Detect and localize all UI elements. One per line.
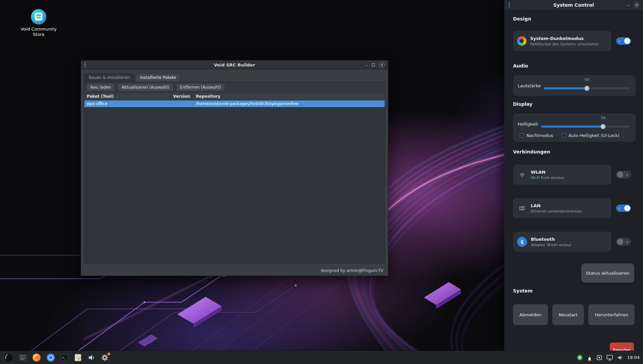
bluetooth-icon — [517, 237, 527, 247]
reload-button[interactable]: Neu laden — [86, 83, 115, 91]
brightness-slider[interactable]: 70 — [541, 116, 630, 132]
cross-icon: × — [626, 173, 629, 177]
dark-mode-subtitle: Hell/Dunkel des Systems umschalten — [530, 42, 599, 46]
checkbox-box — [562, 133, 566, 138]
file-manager-icon[interactable] — [19, 354, 27, 362]
package-table: Paket (Tool) Version Repository wps-offi… — [84, 93, 385, 263]
remove-selection-button[interactable]: Entfernen (Auswahl) — [176, 83, 225, 91]
taskbar: >_ — [0, 351, 643, 364]
volume-slider-knob[interactable] — [584, 86, 590, 91]
penguin-icon[interactable] — [587, 354, 592, 361]
panel-title: System Control — [504, 2, 643, 8]
volume-card: Lautstärke 50 — [513, 75, 636, 96]
table-row[interactable]: wps-office /home/void/void-packages/host… — [84, 100, 385, 107]
brightness-slider-fill — [541, 126, 603, 128]
taskbar-launchers: >_ — [0, 353, 109, 363]
wlan-title: WLAN — [531, 170, 564, 175]
text-editor-icon[interactable] — [74, 354, 82, 362]
shutdown-button[interactable]: Herunterfahren — [588, 304, 635, 325]
column-header-paket[interactable]: Paket (Tool) — [84, 93, 171, 100]
logout-button[interactable]: Abmelden — [513, 304, 548, 325]
system-control-titlebar[interactable]: System Control – × — [504, 0, 643, 10]
panel-close-button[interactable]: × — [634, 2, 640, 8]
cell-version — [171, 100, 194, 107]
system-tray: 19:04 — [577, 354, 643, 361]
volume-value: 50 — [585, 78, 589, 82]
volume-slider-track — [544, 87, 630, 89]
checkbox-box — [520, 133, 524, 138]
auto-brightness-checkbox[interactable]: Auto-Helligkeit (UI-Lock) — [562, 133, 619, 138]
clipboard-icon[interactable] — [596, 355, 602, 361]
minimize-button[interactable]: – — [365, 62, 368, 67]
wlan-card: WLAN Wi-Fi Funk ein/aus — [513, 165, 611, 185]
software-update-icon[interactable] — [577, 355, 583, 361]
clock[interactable]: 19:04 — [627, 355, 640, 360]
dark-mode-row: System-Dunkelmodus Hell/Dunkel des Syste… — [513, 31, 631, 51]
connections-heading: Verbindungen — [513, 149, 550, 154]
footer-credit: designed by armin@Pinguin-TV — [320, 268, 383, 273]
column-header-repository[interactable]: Repository — [194, 93, 385, 100]
wlan-subtitle: Wi-Fi Funk ein/aus — [531, 176, 564, 180]
builder-notebook: Neu laden Aktualisieren (Auswahl) Entfer… — [84, 82, 385, 264]
panel-menu-icon[interactable] — [509, 2, 510, 8]
lan-card: LAN Ethernet verbinden/trennen — [513, 198, 611, 218]
brightness-card: Helligkeit 70 Nachtmodus Auto-Helligkeit… — [513, 113, 636, 142]
night-mode-label: Nachtmodus — [526, 133, 553, 138]
lan-subtitle: Ethernet verbinden/trennen — [531, 209, 582, 214]
cross-icon: × — [626, 240, 629, 244]
settings-gear-icon[interactable] — [101, 354, 109, 362]
wlan-toggle[interactable]: ✓ × — [616, 171, 631, 178]
system-control-panel: System Control – × Design System-Dunkelm… — [504, 0, 643, 351]
wifi-icon — [517, 170, 527, 180]
svg-text:>_: >_ — [62, 356, 66, 359]
palette-icon — [517, 36, 526, 46]
brightness-slider-knob[interactable] — [600, 124, 606, 129]
volume-slider[interactable]: 50 — [544, 78, 630, 93]
toggle-knob — [617, 239, 623, 245]
system-heading: System — [513, 288, 532, 293]
toggle-knob — [617, 172, 623, 178]
refresh-status-button[interactable]: Status aktualisieren — [581, 263, 634, 283]
dark-mode-toggle[interactable]: ✓ × — [616, 37, 631, 45]
tab-installierte-pakete[interactable]: Installierte Pakete — [135, 73, 181, 82]
toggle-knob — [624, 38, 630, 44]
tray-volume-icon[interactable] — [617, 355, 623, 361]
firefox-icon[interactable] — [32, 353, 41, 362]
desktop-icon-void-community-store[interactable]: Void Community Store — [17, 9, 60, 38]
update-selection-button[interactable]: Aktualisieren (Auswahl) — [118, 83, 173, 91]
restore-button[interactable] — [372, 63, 375, 66]
display-icon[interactable] — [606, 355, 613, 361]
bluetooth-title: Bluetooth — [531, 237, 571, 242]
lan-row: LAN Ethernet verbinden/trennen ✓ × — [513, 198, 631, 218]
lan-toggle[interactable]: ✓ × — [616, 204, 631, 212]
notification-dot — [108, 353, 110, 355]
quit-button[interactable]: Beenden — [610, 343, 634, 351]
tab-bauen-installieren[interactable]: Bauen & Installieren — [84, 73, 134, 82]
builder-window-title: Void SRC Builder — [81, 62, 388, 67]
restart-button[interactable]: Neustart — [552, 304, 584, 325]
builder-titlebar[interactable]: Void SRC Builder – × — [81, 60, 388, 70]
bluetooth-row: Bluetooth Adapter Strom an/aus ✓ × — [513, 232, 631, 252]
panel-minimize-button[interactable]: – — [627, 3, 630, 7]
close-button[interactable]: × — [379, 62, 385, 67]
night-mode-checkbox[interactable]: Nachtmodus — [520, 133, 553, 138]
void-src-builder-window: Void SRC Builder – × Bauen & Installiere… — [81, 60, 388, 276]
desktop-icon-label: Void Community Store — [17, 27, 60, 38]
volume-icon[interactable] — [87, 354, 95, 362]
cell-paket: wps-office — [84, 100, 171, 107]
chromium-icon[interactable] — [46, 353, 55, 362]
check-icon: ✓ — [618, 207, 621, 210]
applications-menu-button[interactable] — [3, 353, 13, 363]
audio-heading: Audio — [513, 63, 528, 69]
volume-slider-fill — [544, 87, 587, 89]
bluetooth-toggle[interactable]: ✓ × — [616, 238, 631, 245]
builder-toolbar: Neu laden Aktualisieren (Auswahl) Entfer… — [86, 83, 225, 91]
toggle-knob — [624, 205, 630, 211]
window-menu-icon[interactable] — [84, 62, 86, 67]
terminal-icon[interactable]: >_ — [60, 354, 69, 362]
display-checkboxes: Nachtmodus Auto-Helligkeit (UI-Lock) — [520, 133, 619, 138]
bluetooth-card: Bluetooth Adapter Strom an/aus — [513, 232, 611, 252]
brightness-value: 70 — [601, 116, 605, 120]
column-header-version[interactable]: Version — [171, 93, 194, 100]
builder-tabs: Bauen & Installieren Installierte Pakete — [84, 73, 181, 82]
